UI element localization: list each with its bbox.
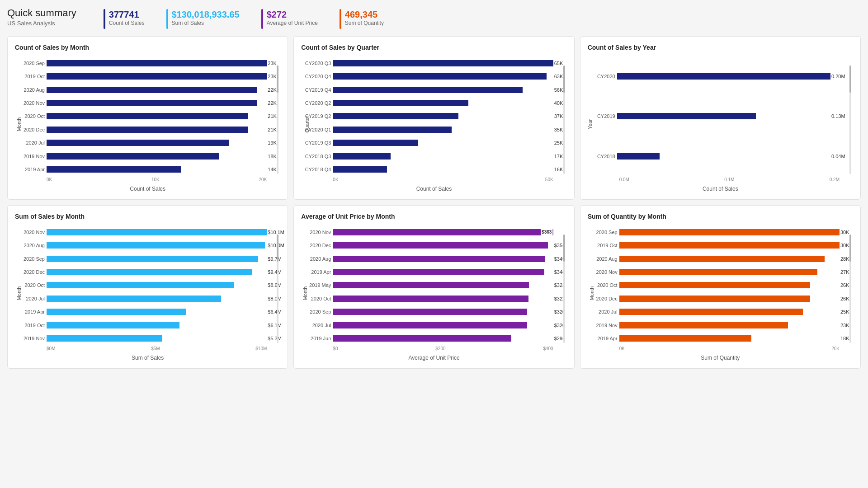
y-axis-label: Year: [587, 119, 593, 129]
x-axis-label: Average of Unit Price: [301, 355, 566, 361]
bar-track: 18K: [47, 153, 267, 160]
bar-row: 2020 Oct $8.6M: [47, 281, 267, 289]
bar-label: CY2020 Q2: [300, 100, 331, 106]
bar-track: 0.04M: [617, 153, 830, 160]
chart-title: Count of Sales by Month: [15, 44, 280, 51]
bar-row: CY2018 Q4 16K: [333, 165, 553, 174]
bar-label: 2019 Nov: [14, 336, 45, 341]
bar-fill: [47, 100, 257, 106]
header-title-block: Quick summary US Sales Analysis: [7, 7, 76, 27]
bar-track: 0.20M: [617, 73, 830, 80]
chart-area: Year CY2020 0.20M CY2019 0.13M CY: [588, 56, 853, 192]
scroll-thumb[interactable]: [563, 66, 565, 93]
bar-label: CY2020 Q1: [300, 127, 331, 132]
scroll-indicator[interactable]: [277, 66, 278, 174]
scroll-indicator[interactable]: [277, 235, 278, 343]
bar-row: 2020 Nov 27K: [619, 268, 840, 276]
scroll-indicator[interactable]: [563, 235, 565, 343]
scroll-thumb[interactable]: [849, 235, 851, 262]
scroll-thumb[interactable]: [277, 235, 278, 262]
bar-fill: [619, 242, 840, 249]
kpi-sum-quantity: 469,345 Sum of Quantity: [340, 9, 384, 29]
bar-row: CY2020 Q3 65K: [333, 59, 553, 67]
bar-chart: Month 2020 Sep 23K 2019 Oct 23K 2: [15, 56, 280, 192]
chart-card-count-sales-by-month: Count of Sales by Month Month 2020 Sep 2…: [7, 36, 288, 200]
chart-card-sum-sales-by-month: Sum of Sales by Month Month 2020 Nov $10…: [7, 205, 288, 369]
bar-track: 27K: [619, 269, 840, 275]
bar-chart-inner: 2020 Nov $10.1M 2020 Aug $10.0M 2020 Sep: [15, 225, 280, 345]
bar-fill: [333, 60, 553, 66]
bar-fill: [333, 256, 545, 262]
bar-fill: [47, 242, 265, 249]
scroll-indicator[interactable]: [849, 66, 851, 174]
dashboard-header: Quick summary US Sales Analysis 377741 C…: [7, 7, 861, 29]
scroll-indicator[interactable]: [563, 66, 565, 174]
bar-row: 2019 Apr 18K: [619, 334, 840, 343]
bar-track: 21K: [47, 127, 267, 133]
bar-track: $6.1M: [47, 322, 267, 328]
bar-row: 2019 Nov 18K: [47, 152, 267, 160]
bar-value: 19K: [268, 140, 282, 146]
bar-label: 2019 Apr: [14, 309, 45, 314]
chart-title: Count of Sales by Year: [588, 44, 853, 51]
scroll-indicator[interactable]: [849, 235, 851, 343]
kpi-row: 377741 Count of Sales $130,018,933.65 Su…: [104, 9, 384, 29]
bar-fill: [47, 113, 248, 119]
bar-fill: [47, 140, 229, 146]
bar-chart: Quarter CY2020 Q3 65K CY2020 Q4 63K: [301, 56, 566, 192]
bar-fill: [619, 335, 751, 342]
bar-label: CY2018 Q3: [300, 154, 331, 159]
bar-row: 2019 Oct 23K: [47, 72, 267, 80]
bar-label: 2020 Dec: [14, 127, 45, 132]
bar-fill: [47, 153, 219, 160]
scroll-thumb[interactable]: [849, 66, 851, 93]
kpi-value: $130,018,933.65: [172, 9, 240, 20]
bar-row: CY2019 Q2 37K: [333, 112, 553, 120]
x-tick: 0K: [333, 177, 338, 182]
bar-value: $294: [554, 335, 569, 342]
x-tick: $200: [435, 346, 445, 351]
bar-chart-inner: 2020 Sep 23K 2019 Oct 23K 2020 Aug 22K: [15, 56, 280, 176]
bar-fill: [333, 229, 553, 235]
kpi-count-sales: 377741 Count of Sales: [104, 9, 145, 29]
bar-row: 2019 Nov 23K: [619, 321, 840, 329]
bar-track: 37K: [333, 113, 553, 119]
bar-value: $354: [554, 242, 569, 249]
chart-title: Sum of Sales by Month: [15, 213, 280, 220]
bar-track: 0.13M: [617, 113, 830, 119]
kpi-text: $272 Average of Unit Price: [267, 9, 318, 26]
kpi-value: 377741: [109, 9, 145, 20]
scroll-thumb[interactable]: [277, 66, 278, 93]
kpi-label: Sum of Quantity: [345, 20, 384, 26]
bar-fill: [47, 322, 179, 328]
bar-label: 2020 Aug: [14, 243, 45, 248]
bar-track: 17K: [333, 153, 553, 160]
kpi-text: 469,345 Sum of Quantity: [345, 9, 384, 26]
x-tick: 0K: [47, 177, 52, 182]
kpi-bar: [104, 9, 105, 29]
bar-label: CY2020 Q4: [300, 74, 331, 79]
x-axis-label: Sum of Sales: [15, 355, 280, 361]
bar-fill: [47, 282, 234, 288]
bar-value: $8.6M: [268, 282, 282, 288]
chart-area: Quarter CY2020 Q3 65K CY2020 Q4 63K: [301, 56, 566, 192]
bar-value: $320: [554, 322, 569, 328]
bar-row: 2020 Oct $322: [333, 295, 553, 303]
bar-fill: [333, 166, 387, 173]
bar-track: $320: [333, 322, 553, 328]
bar-value: $322: [554, 296, 569, 302]
bar-value: 23K: [840, 322, 855, 328]
bar-label: 2020 Jul: [300, 323, 331, 328]
scroll-thumb[interactable]: [563, 235, 565, 262]
bar-row: 2019 Apr 14K: [47, 165, 267, 174]
bar-value: 37K: [554, 113, 569, 119]
bar-fill: [333, 153, 390, 160]
bar-track: 19K: [47, 140, 267, 146]
bar-value: 17K: [554, 153, 569, 160]
kpi-value: $272: [267, 9, 318, 20]
x-axis-label: Count of Sales: [15, 186, 280, 192]
bar-label: CY2020: [586, 74, 615, 79]
chart-area: Month 2020 Nov $10.1M 2020 Aug $10.0M: [15, 225, 280, 361]
bar-value: $8.0M: [268, 296, 282, 302]
bar-fill: [47, 269, 252, 275]
